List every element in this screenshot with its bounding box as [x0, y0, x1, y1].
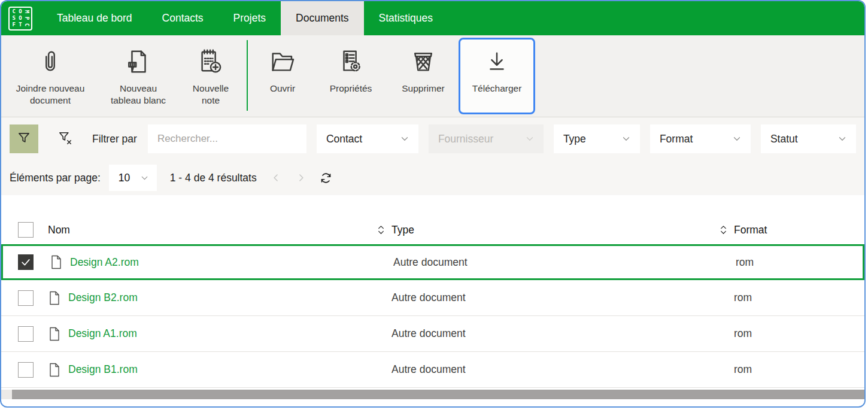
pagination-bar: Éléments par page: 10 1 - 4 de 4 résulta… [1, 160, 864, 195]
next-page-button[interactable] [295, 172, 307, 184]
documents-table: Nom Type Format Design A2.rom Autre docu… [1, 215, 864, 388]
column-header-nom[interactable]: Nom [40, 224, 370, 236]
download-icon [483, 45, 511, 78]
fournisseur-dropdown-label: Fournisseur [438, 133, 493, 145]
filter-funnel-icon [16, 130, 32, 148]
new-note-button[interactable]: Nouvelle note [181, 38, 241, 114]
filter-toggle-button[interactable] [10, 124, 38, 153]
filter-clear-icon [57, 130, 73, 148]
document-name-link[interactable]: Design A2.rom [70, 256, 139, 269]
logo-char: C [24, 23, 29, 26]
table-row[interactable]: Design A2.rom Autre document rom [1, 244, 864, 280]
sort-type-icon[interactable] [712, 224, 734, 236]
row-checkbox-checked[interactable] [18, 254, 34, 270]
nav-tab-projets[interactable]: Projets [218, 1, 281, 35]
attach-new-document-label: Joindre nouveau document [10, 83, 90, 107]
chevron-down-icon [139, 173, 150, 183]
document-format-cell: rom [734, 291, 864, 304]
filter-by-label: Filtrer par [92, 133, 137, 145]
download-button[interactable]: Télécharger [459, 38, 535, 114]
document-gear-icon [337, 45, 365, 78]
statut-dropdown-label: Statut [770, 133, 798, 145]
logo-char: F [13, 22, 16, 28]
nav-tab-documents[interactable]: Documents [281, 1, 364, 35]
delete-button[interactable]: Supprimer [390, 38, 456, 114]
logo-char: S [13, 16, 16, 21]
logo-char: O [19, 16, 22, 21]
document-format-cell: rom [736, 256, 863, 269]
nav-tab-tableau-de-bord[interactable]: Tableau de bord [42, 1, 147, 35]
row-checkbox[interactable] [18, 290, 34, 306]
chevron-down-icon [399, 133, 410, 144]
items-per-page-label: Éléments par page: [10, 172, 101, 184]
fournisseur-dropdown: Fournisseur [429, 124, 544, 153]
document-name-link[interactable]: Design A1.rom [68, 327, 137, 340]
document-name-link[interactable]: Design B1.rom [68, 363, 138, 376]
statut-dropdown[interactable]: Statut [761, 124, 856, 153]
app-window: COM SOP FTC Tableau de bord Contacts Pro… [0, 0, 866, 408]
nav-tabs: Tableau de bord Contacts Projets Documen… [42, 1, 448, 35]
chevron-down-icon [837, 133, 848, 144]
file-icon [48, 362, 61, 378]
row-checkbox[interactable] [18, 326, 34, 342]
logo-char: T [19, 22, 22, 28]
chevron-down-icon [621, 133, 632, 144]
table-row[interactable]: Design A1.rom Autre document rom [1, 316, 864, 352]
new-whiteboard-button[interactable]: Nouveau tableau blanc [98, 38, 178, 114]
document-type-cell: Autre document [391, 327, 712, 340]
previous-page-button[interactable] [270, 172, 282, 184]
nav-tab-contacts[interactable]: Contacts [147, 1, 218, 35]
note-add-icon [197, 45, 224, 78]
format-dropdown[interactable]: Format [650, 124, 751, 153]
contact-dropdown[interactable]: Contact [317, 124, 418, 153]
toolbar-divider [247, 40, 248, 111]
trash-icon [409, 45, 437, 78]
properties-label: Propriétés [330, 83, 372, 95]
nav-tab-statistiques[interactable]: Statistiques [364, 1, 448, 35]
new-whiteboard-label: Nouveau tableau blanc [104, 83, 173, 107]
new-note-label: Nouvelle note [186, 83, 235, 107]
document-toolbar: Joindre nouveau document Nouveau tableau… [1, 35, 864, 117]
document-format-cell: rom [734, 363, 864, 376]
attach-new-document-button[interactable]: Joindre nouveau document [5, 38, 96, 114]
document-name-link[interactable]: Design B2.rom [68, 291, 138, 304]
sort-nom-icon[interactable] [370, 224, 391, 236]
items-per-page-value: 10 [119, 172, 130, 184]
document-type-cell: Autre document [391, 363, 712, 376]
chevron-down-icon [732, 133, 742, 144]
column-header-type[interactable]: Type [391, 224, 712, 236]
document-format-cell: rom [734, 327, 864, 340]
refresh-button[interactable] [319, 171, 333, 185]
paperclip-icon [37, 45, 64, 78]
document-type-cell: Autre document [391, 291, 712, 304]
column-header-format: Format [734, 224, 864, 236]
table-header-row: Nom Type Format [1, 215, 864, 244]
table-row[interactable]: Design B2.rom Autre document rom [1, 280, 864, 316]
file-icon [50, 254, 63, 270]
logo-char: C [13, 9, 16, 14]
format-dropdown-label: Format [660, 133, 693, 145]
row-checkbox[interactable] [18, 362, 34, 378]
file-icon [48, 290, 61, 306]
chevron-down-icon [524, 133, 535, 144]
app-logo-icon: COM SOP FTC [8, 7, 32, 31]
logo-char: P [24, 17, 29, 20]
logo-char: M [24, 10, 29, 13]
clear-filters-button[interactable] [51, 125, 79, 153]
delete-label: Supprimer [402, 83, 445, 95]
items-per-page-select[interactable]: 10 [109, 165, 157, 191]
folder-open-icon [269, 45, 296, 78]
properties-button[interactable]: Propriétés [314, 38, 388, 114]
horizontal-scrollbar-thumb[interactable] [12, 390, 864, 399]
open-button[interactable]: Ouvrir [254, 38, 311, 114]
filter-bar: Filtrer par Contact Fournisseur Type For… [1, 117, 864, 160]
check-icon [20, 256, 32, 268]
logo-char: O [19, 9, 22, 14]
type-dropdown[interactable]: Type [554, 124, 640, 153]
table-row[interactable]: Design B1.rom Autre document rom [1, 352, 864, 388]
results-count-label: 1 - 4 de 4 résultats [170, 172, 257, 184]
search-input[interactable] [148, 124, 306, 153]
file-icon [48, 326, 61, 342]
type-dropdown-label: Type [563, 133, 586, 145]
select-all-checkbox[interactable] [18, 222, 34, 238]
